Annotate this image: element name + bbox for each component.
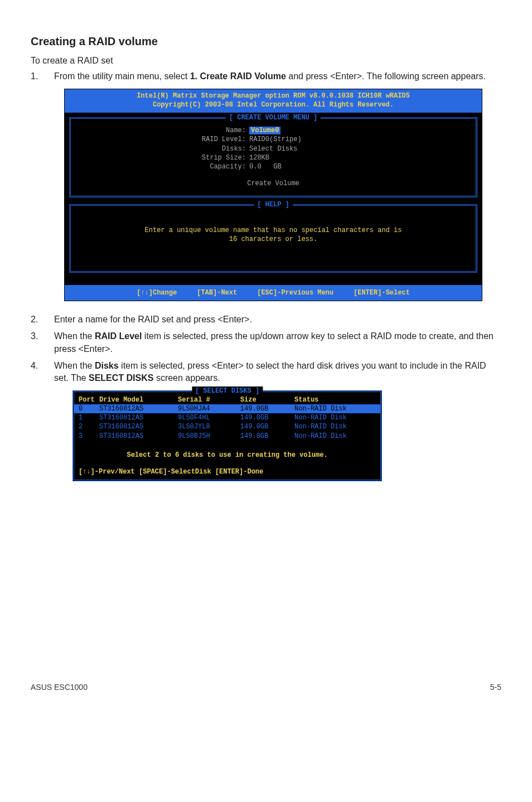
hdr-status: Status — [294, 395, 376, 404]
step-4-num: 4. — [31, 360, 38, 385]
select-disks-panel: [ SELECT DISKS ] Port Drive Model Serial… — [72, 390, 382, 481]
disk-size: 149.0GB — [240, 432, 294, 441]
disk-row[interactable]: 1 ST3160812AS 9LS0F4HL 149.0GB Non-RAID … — [74, 413, 380, 422]
step-4: 4. When the Disks item is selected, pres… — [31, 360, 501, 385]
step-2-text: Enter a name for the RAID set and press … — [54, 313, 501, 326]
disk-serial: 9LS0HJA4 — [178, 404, 240, 413]
disk-serial: 9LS0BJ5H — [178, 432, 240, 441]
step4-bold2: SELECT DISKS — [89, 373, 153, 383]
field-disks-value[interactable]: Select Disks — [249, 144, 297, 153]
step4-before: When the — [54, 361, 95, 370]
step-1: 1. From the utility main menu, select 1.… — [31, 70, 501, 83]
disk-status: Non-RAID Disk — [294, 422, 376, 431]
disk-size: 149.0GB — [240, 422, 294, 431]
disk-model: ST3160812AS — [99, 413, 178, 422]
step3-before: When the — [54, 331, 95, 341]
field-strip-label: Strip Size: — [76, 153, 249, 162]
step-3-text: When the RAID Level item is selected, pr… — [54, 330, 501, 355]
select-disks-title: [ SELECT DISKS ] — [192, 386, 263, 395]
footer-right: 5-5 — [490, 682, 501, 693]
disk-row[interactable]: 2 ST3160812AS 3LS0JYL8 149.0GB Non-RAID … — [74, 422, 380, 431]
hdr-size: Size — [240, 395, 294, 404]
disks-header-row: Port Drive Model Serial # Size Status — [74, 395, 380, 404]
disk-size: 149.0GB — [240, 413, 294, 422]
bios-title-line1: Intel(R) Matrix Storage Manager option R… — [67, 91, 480, 100]
step-2: 2. Enter a name for the RAID set and pre… — [31, 313, 501, 326]
field-disks-label: Disks: — [76, 144, 249, 153]
field-raid-label: RAID Level: — [76, 135, 249, 144]
hdr-model: Drive Model — [99, 395, 178, 404]
step4-bold1: Disks — [95, 361, 119, 370]
field-name-value[interactable]: Volume0 — [249, 127, 280, 134]
page-footer: ASUS ESC1000 5-5 — [31, 682, 501, 693]
step-1-text: From the utility main menu, select 1. Cr… — [54, 70, 501, 83]
field-name-label: Name: — [76, 126, 249, 135]
disk-port: 0 — [79, 404, 99, 413]
help-panel-title: [ HELP ] — [254, 200, 293, 209]
disk-serial: 9LS0F4HL — [178, 413, 240, 422]
disk-serial: 3LS0JYL8 — [178, 422, 240, 431]
step-1-num: 1. — [31, 70, 38, 83]
field-raid-value[interactable]: RAID0(Stripe) — [249, 135, 302, 144]
disk-size: 149.0GB — [240, 404, 294, 413]
disk-port: 3 — [79, 432, 99, 441]
bios-footer: [↑↓]Change [TAB]-Next [ESC]-Previous Men… — [65, 285, 482, 301]
footer-change: [↑↓]Change — [137, 288, 177, 297]
disk-status: Non-RAID Disk — [294, 432, 376, 441]
disk-status: Non-RAID Disk — [294, 413, 376, 422]
disks-note: Select 2 to 6 disks to use in creating t… — [74, 441, 380, 467]
field-cap-value[interactable]: 0.0 GB — [249, 162, 282, 171]
step4-after: screen appears. — [153, 373, 220, 383]
create-volume-panel: [ CREATE VOLUME MENU ] Name: Volume0 RAI… — [69, 117, 477, 197]
bios-titlebar: Intel(R) Matrix Storage Manager option R… — [65, 89, 482, 113]
bios-title-line2: Copyright(C) 2003-08 Intel Corporation. … — [67, 100, 480, 109]
disk-model: ST3160812AS — [99, 432, 178, 441]
create-volume-action[interactable]: Create Volume — [76, 179, 470, 188]
step1-before: From the utility main menu, select — [54, 71, 190, 81]
help-panel: [ HELP ] Enter a unique volume name that… — [69, 204, 477, 272]
step3-bold: RAID Level — [95, 331, 142, 341]
step1-after: and press <Enter>. The following screen … — [286, 71, 486, 81]
disk-model: ST3160812AS — [99, 404, 178, 413]
create-panel-title: [ CREATE VOLUME MENU ] — [226, 113, 321, 122]
disk-row[interactable]: 3 ST3160812AS 9LS0BJ5H 149.0GB Non-RAID … — [74, 432, 380, 441]
step1-bold: 1. Create RAID Volume — [190, 71, 286, 81]
disks-footer: [↑↓]-Prev/Next [SPACE]-SelectDisk [ENTER… — [74, 467, 380, 476]
step-4-text: When the Disks item is selected, press <… — [54, 360, 501, 385]
step-3-num: 3. — [31, 330, 38, 355]
step-3: 3. When the RAID Level item is selected,… — [31, 330, 501, 355]
help-line-1: Enter a unique volume name that has no s… — [79, 226, 468, 235]
disk-status: Non-RAID Disk — [294, 404, 376, 413]
field-strip-value[interactable]: 128KB — [249, 153, 269, 162]
hdr-serial: Serial # — [178, 395, 240, 404]
section-heading: Creating a RAID volume — [31, 33, 501, 49]
hdr-port: Port — [79, 395, 99, 404]
footer-tab: [TAB]-Next — [197, 288, 237, 297]
footer-esc: [ESC]-Previous Menu — [257, 288, 333, 297]
bios-screen: Intel(R) Matrix Storage Manager option R… — [64, 89, 482, 301]
intro-text: To create a RAID set — [31, 55, 501, 67]
footer-enter: [ENTER]-Select — [354, 288, 410, 297]
disk-port: 2 — [79, 422, 99, 431]
disk-model: ST3160812AS — [99, 422, 178, 431]
field-cap-label: Capacity: — [76, 162, 249, 171]
help-line-2: 16 characters or less. — [79, 235, 468, 244]
disk-row[interactable]: 0 ST3160812AS 9LS0HJA4 149.0GB Non-RAID … — [74, 404, 380, 413]
footer-left: ASUS ESC1000 — [31, 682, 88, 693]
step-2-num: 2. — [31, 313, 38, 326]
disk-port: 1 — [79, 413, 99, 422]
